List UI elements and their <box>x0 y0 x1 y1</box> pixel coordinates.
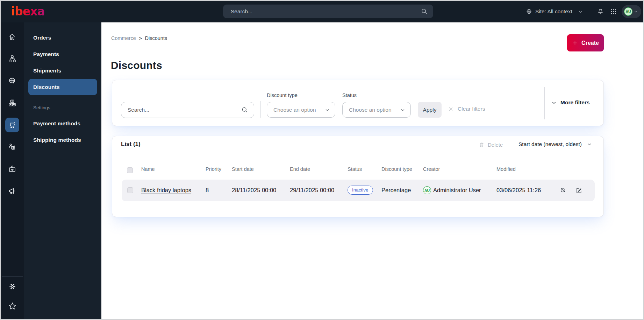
commerce-cart-icon[interactable] <box>5 118 19 132</box>
column-header-end-date[interactable]: End date <box>290 166 310 172</box>
sort-dropdown[interactable]: Start date (newest, oldest) <box>518 141 592 147</box>
list-card: List (1) Delete Start date (newest, olde… <box>112 136 604 217</box>
list-header-divider <box>511 136 511 152</box>
filter-divider-right <box>544 87 545 119</box>
filter-search-input[interactable]: Search... <box>121 102 254 118</box>
personalization-target-icon[interactable] <box>5 140 19 154</box>
status-select[interactable]: Choose an option <box>342 102 411 118</box>
content-tree-icon[interactable] <box>5 51 19 66</box>
site-globe-icon[interactable] <box>5 74 19 88</box>
chevron-down-icon <box>587 141 592 147</box>
chevron-down-icon <box>400 107 406 113</box>
bookmarks-star-icon[interactable] <box>5 299 19 313</box>
row-discount-type: Percentage <box>381 187 411 194</box>
filter-divider <box>260 101 261 118</box>
column-header-status[interactable]: Status <box>348 166 362 172</box>
menu-item-payments[interactable]: Payments <box>24 46 101 62</box>
chevron-down-icon <box>551 100 557 106</box>
create-button-label: Create <box>581 40 599 46</box>
icon-rail <box>1 22 24 319</box>
products-boxes-icon[interactable] <box>5 96 19 110</box>
notifications-bell-icon[interactable] <box>597 8 604 15</box>
top-bar-divider <box>590 7 590 16</box>
x-icon <box>448 106 453 112</box>
sort-dropdown-label: Start date (newest, oldest) <box>518 141 582 147</box>
avatar: AU <box>624 7 632 16</box>
marketing-megaphone-icon[interactable] <box>5 184 19 199</box>
customers-badge-icon[interactable] <box>5 162 19 176</box>
more-filters-label: More filters <box>560 99 590 106</box>
column-header-modified[interactable]: Modified <box>496 166 516 172</box>
globe-icon <box>526 8 532 15</box>
create-button[interactable]: Create <box>567 34 604 51</box>
ibexa-logo[interactable]: ibexa <box>11 5 45 18</box>
settings-gear-icon[interactable] <box>5 279 19 294</box>
page-title: Discounts <box>111 60 162 71</box>
menu-item-payment-methods[interactable]: Payment methods <box>24 115 101 132</box>
menu-item-orders[interactable]: Orders <box>24 29 101 46</box>
column-header-priority[interactable]: Priority <box>206 166 221 172</box>
table-row[interactable]: Black friday laptops 8 28/11/2025 00:00 … <box>122 180 595 201</box>
global-search-input[interactable]: Search... <box>223 5 433 18</box>
site-context-selector[interactable]: Site: All context <box>526 8 583 15</box>
preview-disabled-icon[interactable] <box>560 187 567 194</box>
main-content: Commerce > Discounts Create Discounts Se… <box>101 22 643 319</box>
select-all-checkbox[interactable] <box>127 167 133 173</box>
row-creator: Administrator User <box>433 187 481 194</box>
row-end-date: 29/11/2025 00:00 <box>290 187 334 194</box>
discount-type-label: Discount type <box>267 92 298 98</box>
home-icon[interactable] <box>5 29 19 44</box>
row-priority: 8 <box>206 187 209 194</box>
discount-type-value: Choose an option <box>273 107 316 113</box>
column-header-creator[interactable]: Creator <box>423 166 440 172</box>
clear-filters-button[interactable]: Clear filters <box>448 106 485 112</box>
chevron-down-icon <box>324 107 330 113</box>
chevron-down-icon <box>634 10 638 14</box>
breadcrumb: Commerce > Discounts <box>111 35 167 41</box>
clear-filters-label: Clear filters <box>458 106 485 112</box>
filter-search-placeholder: Search... <box>128 107 149 113</box>
menu-item-discounts[interactable]: Discounts <box>28 79 97 95</box>
row-name-link[interactable]: Black friday laptops <box>141 187 191 194</box>
row-checkbox[interactable] <box>127 187 133 193</box>
delete-button-label: Delete <box>488 142 503 148</box>
more-filters-button[interactable]: More filters <box>551 99 590 106</box>
list-title: List (1) <box>121 141 141 148</box>
trash-icon <box>479 142 485 148</box>
menu-separator <box>24 100 101 100</box>
menu-item-shipping-methods[interactable]: Shipping methods <box>24 132 101 148</box>
top-bar-right: Site: All context AU <box>526 1 641 22</box>
global-search-placeholder: Search... <box>231 8 252 15</box>
status-label: Status <box>342 92 357 98</box>
user-menu[interactable]: AU <box>622 5 641 18</box>
commerce-menu: Orders Payments Shipments Discounts Sett… <box>24 22 101 319</box>
list-separator <box>121 161 595 161</box>
status-value: Choose an option <box>349 107 392 113</box>
creator-avatar: AU <box>423 186 431 194</box>
menu-section-label: Settings <box>24 105 101 110</box>
breadcrumb-commerce[interactable]: Commerce <box>111 35 136 41</box>
edit-icon[interactable] <box>575 187 582 194</box>
app-grid-icon[interactable] <box>610 9 616 15</box>
app-window: ibexa Search... Site: All context <box>0 0 644 320</box>
column-header-discount-type[interactable]: Discount type <box>381 166 412 172</box>
discount-type-select[interactable]: Choose an option <box>267 102 335 118</box>
top-bar: ibexa Search... Site: All context <box>1 1 643 22</box>
breadcrumb-discounts[interactable]: Discounts <box>145 35 167 41</box>
status-badge: Inactive <box>348 186 373 195</box>
row-modified: 03/06/2025 11:26 <box>496 187 541 194</box>
plus-icon <box>572 40 578 46</box>
site-context-label: Site: All context <box>535 8 572 15</box>
delete-button[interactable]: Delete <box>479 142 503 148</box>
apply-button[interactable]: Apply <box>418 102 442 118</box>
search-icon <box>241 106 248 113</box>
column-header-start-date[interactable]: Start date <box>232 166 254 172</box>
chevron-down-icon <box>578 9 583 14</box>
breadcrumb-separator: > <box>139 36 142 41</box>
search-icon <box>421 8 428 15</box>
column-header-name[interactable]: Name <box>141 166 155 172</box>
menu-item-shipments[interactable]: Shipments <box>24 62 101 79</box>
filters-card: Search... Discount type Choose an option… <box>112 80 604 126</box>
row-start-date: 28/11/2025 00:00 <box>232 187 276 194</box>
